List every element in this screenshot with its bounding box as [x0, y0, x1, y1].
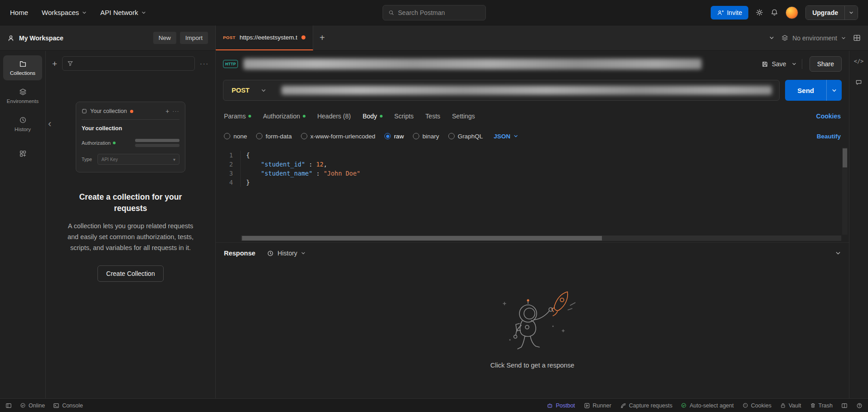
cookies-link[interactable]: Cookies [816, 113, 841, 120]
mode-x-www-form-urlencoded[interactable]: x-www-form-urlencoded [301, 133, 375, 140]
vault-button[interactable]: Vault [780, 402, 801, 409]
method-label: POST [232, 87, 249, 94]
send-options-icon[interactable] [826, 80, 842, 101]
runner-button[interactable]: Runner [584, 402, 611, 409]
mode-label: GraphQL [458, 133, 483, 140]
invite-button[interactable]: Invite [711, 6, 748, 20]
save-button[interactable]: Save [761, 60, 786, 68]
new-button[interactable]: New [153, 32, 176, 44]
environment-selector[interactable]: No environment [781, 34, 846, 42]
postbot-button[interactable]: Postbot [547, 402, 575, 409]
divider [802, 59, 802, 69]
line-number: 3 [216, 169, 240, 178]
avatar[interactable] [786, 6, 798, 19]
search-input[interactable] [398, 9, 480, 16]
code-line[interactable]: 4} [216, 178, 849, 187]
more-icon: ··· [173, 108, 180, 114]
response-history-button[interactable]: History [267, 250, 305, 257]
save-label: Save [772, 60, 786, 68]
request-name-redacted[interactable] [243, 59, 701, 69]
nav-workspaces[interactable]: Workspaces [42, 9, 87, 16]
url-input-redacted[interactable] [281, 86, 772, 95]
code-line[interactable]: 1{ [216, 151, 849, 160]
add-collection-icon[interactable]: + [52, 59, 57, 68]
scrollbar-thumb[interactable] [843, 148, 847, 167]
send-button[interactable]: Send [785, 80, 826, 101]
mode-form-data[interactable]: form-data [256, 133, 292, 140]
editor-horizontal-scrollbar[interactable] [241, 235, 841, 241]
auto-select-agent-button[interactable]: Auto-select agent [681, 402, 733, 409]
environment-quick-look-icon[interactable] [853, 34, 861, 42]
tab-body[interactable]: Body [363, 113, 383, 120]
response-header: Response History [216, 243, 849, 264]
sidebar-item-collections[interactable]: Collections [3, 55, 42, 80]
tab-headers[interactable]: Headers (8) [317, 113, 351, 120]
postbot-icon [547, 402, 553, 409]
upgrade-dropdown-icon[interactable] [844, 6, 858, 20]
help-icon[interactable] [856, 402, 863, 409]
create-collection-button[interactable]: Create Collection [97, 265, 163, 282]
code-line[interactable]: 2 "student_id" : 12, [216, 160, 849, 169]
tab-tests[interactable]: Tests [426, 113, 441, 120]
settings-icon[interactable] [756, 9, 763, 16]
upgrade-button[interactable]: Upgrade [806, 6, 844, 20]
radio-icon [448, 133, 455, 139]
import-button[interactable]: Import [180, 32, 208, 44]
agent-check-icon [681, 402, 687, 408]
history-clock-icon [267, 250, 274, 257]
code-icon[interactable]: </> [854, 58, 864, 64]
editor-vertical-scrollbar[interactable] [842, 147, 848, 235]
capture-label: Capture requests [629, 402, 673, 409]
workspace-title[interactable]: My Workspace [19, 34, 63, 42]
save-options-icon[interactable] [792, 62, 796, 66]
check-circle-icon [20, 402, 26, 408]
sidebar-item-history[interactable]: History [3, 112, 42, 137]
mode-graphql[interactable]: GraphQL [448, 133, 483, 140]
collapse-response-icon[interactable] [835, 250, 841, 256]
language-selector[interactable]: JSON [494, 133, 518, 140]
tab-scripts[interactable]: Scripts [394, 113, 414, 120]
capture-requests-button[interactable]: Capture requests [620, 402, 673, 409]
tab-authorization[interactable]: Authorization [263, 113, 305, 120]
nav-api-network-label: API Network [100, 9, 138, 16]
nav-api-network[interactable]: API Network [100, 9, 145, 16]
environment-label: No environment [792, 34, 837, 42]
plus-icon: + [165, 108, 169, 115]
tab-label: Settings [452, 113, 475, 120]
two-pane-icon[interactable] [841, 402, 848, 409]
request-tab[interactable]: POST https://eetestsystem.t [216, 25, 313, 50]
method-selector[interactable]: POST [223, 80, 274, 100]
trash-button[interactable]: Trash [810, 402, 833, 409]
comments-icon[interactable] [855, 79, 862, 86]
online-status[interactable]: Online [20, 402, 45, 409]
sidebar-item-more-tools[interactable] [3, 146, 42, 161]
tabs-dropdown-icon[interactable] [769, 35, 774, 40]
green-dot [113, 142, 116, 144]
workspace-header: My Workspace New Import [0, 25, 216, 50]
toggle-sidebar-icon[interactable] [5, 402, 12, 409]
sidebar-search-input[interactable] [62, 56, 195, 71]
tab-settings[interactable]: Settings [452, 113, 475, 120]
request-right-rail: </> [849, 51, 868, 398]
new-tab-button[interactable]: + [313, 33, 331, 43]
scrollbar-thumb[interactable] [242, 236, 602, 240]
body-editor[interactable]: 1{2 "student_id" : 12,3 "student_name" :… [216, 146, 849, 242]
nav-home[interactable]: Home [10, 9, 28, 16]
mode-raw[interactable]: raw [384, 133, 404, 140]
console-button[interactable]: Console [53, 402, 83, 409]
mode-none[interactable]: none [224, 133, 247, 140]
cookies-button[interactable]: Cookies [742, 402, 771, 409]
beautify-link[interactable]: Beautify [817, 133, 841, 140]
sidebar-more-icon[interactable]: ··· [200, 60, 209, 67]
sidebar-empty-heading: Create a collection for your requests [73, 191, 188, 214]
tab-params[interactable]: Params [224, 113, 251, 120]
sidebar-item-environments[interactable]: Environments [3, 83, 42, 108]
collapse-sidebar-icon[interactable]: ‹ [48, 119, 51, 129]
share-button[interactable]: Share [810, 56, 842, 72]
search-bar[interactable] [383, 5, 486, 20]
workspace-actions: New Import [153, 32, 208, 44]
notifications-icon[interactable] [771, 9, 778, 16]
mode-binary[interactable]: binary [413, 133, 439, 140]
auto-select-agent-label: Auto-select agent [689, 402, 733, 409]
code-line[interactable]: 3 "student_name" : "John Doe" [216, 169, 849, 178]
